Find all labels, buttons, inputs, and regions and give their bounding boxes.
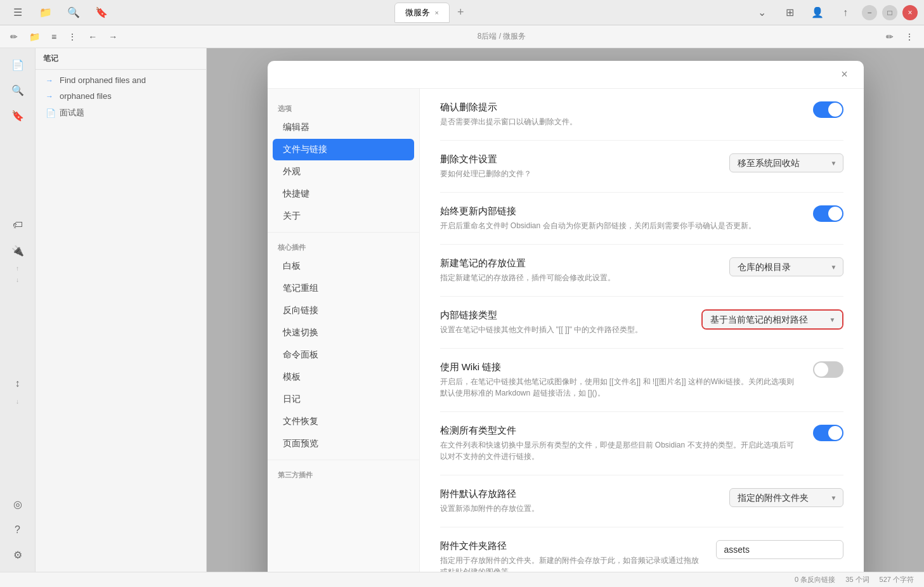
- settings-item-whiteboard[interactable]: 白板: [273, 255, 414, 277]
- link-type-desc: 设置在笔记中链接其他文件时插入 "[[ ]]" 中的文件路径类型。: [440, 324, 689, 335]
- help-nav-icon[interactable]: ?: [6, 519, 29, 541]
- settings-item-editor[interactable]: 编辑器: [273, 117, 414, 138]
- nav-up-arrow[interactable]: ↑: [15, 264, 20, 273]
- detect-all-toggle[interactable]: [813, 425, 843, 441]
- detect-all-desc: 在文件列表和快速切换中显示所有类型的文件，即使是那些目前 Obsidian 不支…: [440, 439, 800, 462]
- settings-row-info-update-links: 始终更新内部链接 开启后重命名文件时 Obsidian 会自动为你更新内部链接，…: [440, 205, 800, 231]
- expand-icon[interactable]: ⌄: [750, 1, 773, 24]
- link-type-title: 内部链接类型: [440, 309, 689, 321]
- bookmark-nav-icon[interactable]: 🔖: [6, 104, 29, 127]
- attachment-loc-select[interactable]: 指定的附件文件夹: [729, 488, 843, 507]
- files-nav-icon[interactable]: 📄: [6, 53, 29, 76]
- attachment-folder-input[interactable]: [716, 540, 843, 559]
- new-note-select[interactable]: 仓库的根目录: [729, 257, 843, 276]
- edit2-btn[interactable]: ✏: [882, 29, 897, 44]
- settings-row-info-link-type: 内部链接类型 设置在笔记中链接其他文件时插入 "[[ ]]" 中的文件路径类型。: [440, 309, 689, 335]
- settings-item-page-preview[interactable]: 页面预览: [273, 433, 414, 455]
- settings-item-daily-notes[interactable]: 日记: [273, 389, 414, 410]
- sort-nav-icon[interactable]: ↕: [6, 372, 29, 395]
- new-note-desc: 指定新建笔记的存放路径，插件可能会修改此设置。: [440, 272, 717, 283]
- user-icon[interactable]: 👤: [806, 1, 829, 24]
- bookmark-icon-btn[interactable]: 🔖: [90, 1, 113, 24]
- tag-nav-icon[interactable]: 🏷: [6, 214, 29, 236]
- settings-row-info-attachment-folder: 附件文件夹路径 指定用于存放附件的文件夹。新建的附件会存放于此，如音频记录或通过…: [440, 540, 703, 572]
- link-type-select-highlighted: 基于当前笔记的相对路径 绝对路径 最短路径: [701, 309, 843, 330]
- tag-btn[interactable]: ⋮: [64, 29, 81, 44]
- wiki-links-toggle[interactable]: [813, 361, 843, 378]
- col-down-arrow[interactable]: ↓: [15, 397, 20, 406]
- edit-btn[interactable]: ✏: [6, 29, 22, 44]
- sidebar-toggle-btn[interactable]: ☰: [6, 1, 29, 24]
- settings-row-attachment-folder: 附件文件夹路径 指定用于存放附件的文件夹。新建的附件会存放于此，如音频记录或通过…: [440, 527, 843, 572]
- folder-btn[interactable]: 📁: [25, 29, 44, 44]
- settings-nav-icon[interactable]: ⚙: [6, 544, 29, 567]
- settings-item-note-refactor[interactable]: 笔记重组: [273, 278, 414, 299]
- wiki-links-desc: 开启后，在笔记中链接其他笔记或图像时，使用如 [[文件名]] 和 ![[图片名]…: [440, 376, 800, 399]
- modal-close-btn[interactable]: ×: [836, 66, 854, 84]
- settings-item-command-palette[interactable]: 命令面板: [273, 344, 414, 366]
- attachment-loc-title: 附件默认存放路径: [440, 488, 717, 500]
- confirm-delete-toggle[interactable]: [813, 101, 843, 118]
- plugin-nav-icon[interactable]: 🔌: [6, 239, 29, 262]
- attachment-loc-select-wrapper: 指定的附件文件夹: [729, 488, 843, 507]
- link-type-control: 基于当前笔记的相对路径 绝对路径 最短路径: [701, 309, 843, 330]
- file-item-interview[interactable]: 📄 面试题: [36, 104, 206, 122]
- link-type-select-wrapper: 基于当前笔记的相对路径 绝对路径 最短路径: [703, 311, 842, 328]
- detect-all-title: 检测所有类型文件: [440, 425, 800, 437]
- nav-fwd-btn[interactable]: →: [105, 29, 121, 44]
- settings-item-appearance[interactable]: 外观: [273, 161, 414, 183]
- settings-item-about[interactable]: 关于: [273, 205, 414, 227]
- title-bar-left: ☰ 📁 🔍 🔖: [6, 1, 113, 24]
- link-type-select[interactable]: 基于当前笔记的相对路径 绝对路径 最短路径: [703, 311, 842, 328]
- share-icon[interactable]: ↑: [834, 1, 857, 24]
- settings-row-info-detect: 检测所有类型文件 在文件列表和快速切换中显示所有类型的文件，即使是那些目前 Ob…: [440, 425, 800, 462]
- more-btn[interactable]: ⋮: [901, 29, 918, 44]
- settings-item-file-recovery[interactable]: 文件恢复: [273, 411, 414, 432]
- list-btn[interactable]: ≡: [48, 29, 60, 44]
- graph-nav-icon[interactable]: ◎: [6, 493, 29, 516]
- main-content: 📄 🔍 🔖 🏷 🔌 ↑ ↓ ↕ ↓ ◎ ? ⚙ 笔记 →: [0, 48, 924, 572]
- settings-item-templates[interactable]: 模板: [273, 366, 414, 388]
- attachment-loc-desc: 设置新添加附件的存放位置。: [440, 503, 717, 514]
- update-links-toggle[interactable]: [813, 205, 843, 222]
- delete-select-wrapper: 移至系统回收站: [729, 153, 843, 172]
- close-btn[interactable]: ×: [902, 5, 918, 20]
- attachment-folder-title: 附件文件夹路径: [440, 540, 703, 552]
- settings-item-backlinks[interactable]: 反向链接: [273, 300, 414, 321]
- file-item-label-find: Find orphaned files and: [60, 75, 146, 85]
- split-icon[interactable]: ⊞: [778, 1, 801, 24]
- tab-close-btn[interactable]: ×: [435, 9, 439, 16]
- file-item-orphaned-find[interactable]: → Find orphaned files and: [36, 72, 206, 88]
- delete-setting-control: 移至系统回收站: [729, 153, 843, 172]
- options-label: 选项: [268, 99, 419, 116]
- note-icon-interview: 📄: [46, 108, 56, 118]
- detect-all-control: [813, 425, 843, 441]
- search-icon-btn[interactable]: 🔍: [62, 1, 85, 24]
- delete-select[interactable]: 移至系统回收站: [729, 153, 843, 172]
- settings-row-info-wiki: 使用 Wiki 链接 开启后，在笔记中链接其他笔记或图像时，使用如 [[文件名]…: [440, 361, 800, 399]
- settings-item-quick-switch[interactable]: 快速切换: [273, 322, 414, 344]
- settings-item-files[interactable]: 文件与链接: [273, 139, 414, 160]
- settings-sidebar: 选项 编辑器 文件与链接 外观 快捷键: [268, 89, 420, 572]
- new-tab-btn[interactable]: +: [452, 3, 469, 22]
- tab-microservice[interactable]: 微服务 ×: [394, 3, 450, 23]
- file-panel: 笔记 → Find orphaned files and → orphaned …: [36, 48, 207, 572]
- file-item-orphaned[interactable]: → orphaned files: [36, 88, 206, 104]
- attachment-folder-desc: 指定用于存放附件的文件夹。新建的附件会存放于此，如音频记录或通过拖放或粘贴创建的…: [440, 555, 703, 572]
- maximize-btn[interactable]: □: [882, 5, 897, 20]
- settings-row-attachment-loc: 附件默认存放路径 设置新添加附件的存放位置。 指定的附件文件夹: [440, 475, 843, 527]
- nav-down-arrow[interactable]: ↓: [15, 276, 20, 285]
- tab-area: 微服务 × +: [113, 3, 750, 23]
- update-links-control: [813, 205, 843, 222]
- breadcrumb: 8后端 / 微服务: [125, 31, 878, 42]
- backlinks-count: 0 条反向链接: [795, 575, 835, 584]
- settings-item-hotkeys[interactable]: 快捷键: [273, 183, 414, 205]
- nav-back-btn[interactable]: ←: [84, 29, 101, 44]
- search-nav-icon[interactable]: 🔍: [6, 79, 29, 101]
- minimize-btn[interactable]: −: [862, 5, 877, 20]
- files-icon-btn[interactable]: 📁: [34, 1, 57, 24]
- confirm-delete-control: [813, 101, 843, 118]
- word-count: 35 个词: [845, 575, 869, 584]
- update-links-desc: 开启后重命名文件时 Obsidian 会自动为你更新内部链接，关闭后则需要你手动…: [440, 220, 800, 231]
- file-item-label-interview: 面试题: [60, 107, 84, 119]
